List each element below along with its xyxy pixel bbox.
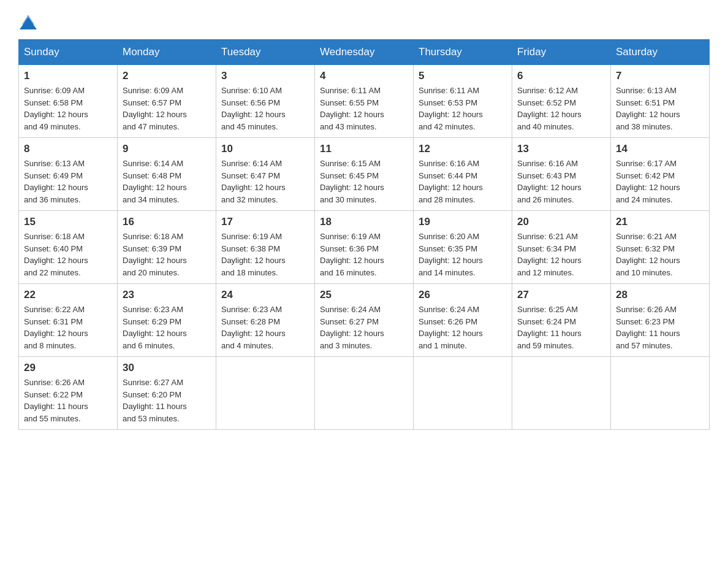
day-info: Sunrise: 6:20 AMSunset: 6:35 PMDaylight:… [419,231,507,278]
calendar-cell: 29Sunrise: 6:26 AMSunset: 6:22 PMDayligh… [19,357,118,430]
calendar-cell: 26Sunrise: 6:24 AMSunset: 6:26 PMDayligh… [414,284,512,357]
day-info: Sunrise: 6:21 AMSunset: 6:32 PMDaylight:… [616,231,704,278]
day-info: Sunrise: 6:10 AMSunset: 6:56 PMDaylight:… [221,85,309,132]
day-info: Sunrise: 6:24 AMSunset: 6:27 PMDaylight:… [320,304,408,351]
day-number: 22 [24,289,112,301]
day-info: Sunrise: 6:16 AMSunset: 6:44 PMDaylight:… [419,158,507,205]
calendar-cell: 14Sunrise: 6:17 AMSunset: 6:42 PMDayligh… [611,138,710,211]
day-number: 30 [123,362,211,374]
calendar-cell: 15Sunrise: 6:18 AMSunset: 6:40 PMDayligh… [19,211,118,284]
day-info: Sunrise: 6:25 AMSunset: 6:24 PMDaylight:… [517,304,605,351]
calendar-cell: 23Sunrise: 6:23 AMSunset: 6:29 PMDayligh… [118,284,216,357]
calendar-cell: 3Sunrise: 6:10 AMSunset: 6:56 PMDaylight… [216,65,315,138]
week-row-5: 29Sunrise: 6:26 AMSunset: 6:22 PMDayligh… [19,357,710,430]
day-info: Sunrise: 6:21 AMSunset: 6:34 PMDaylight:… [517,231,605,278]
day-number: 5 [419,70,507,82]
day-number: 12 [419,143,507,155]
calendar-cell: 17Sunrise: 6:19 AMSunset: 6:38 PMDayligh… [216,211,315,284]
week-row-2: 8Sunrise: 6:13 AMSunset: 6:49 PMDaylight… [19,138,710,211]
calendar-cell: 2Sunrise: 6:09 AMSunset: 6:57 PMDaylight… [118,65,216,138]
day-info: Sunrise: 6:14 AMSunset: 6:47 PMDaylight:… [221,158,309,205]
day-info: Sunrise: 6:26 AMSunset: 6:22 PMDaylight:… [24,377,112,424]
calendar-cell: 21Sunrise: 6:21 AMSunset: 6:32 PMDayligh… [611,211,710,284]
calendar-cell: 24Sunrise: 6:23 AMSunset: 6:28 PMDayligh… [216,284,315,357]
day-info: Sunrise: 6:22 AMSunset: 6:31 PMDaylight:… [24,304,112,351]
calendar-cell [414,357,512,430]
day-info: Sunrise: 6:14 AMSunset: 6:48 PMDaylight:… [123,158,211,205]
calendar-cell [611,357,710,430]
calendar-cell: 16Sunrise: 6:18 AMSunset: 6:39 PMDayligh… [118,211,216,284]
day-header-friday: Friday [512,40,611,65]
day-header-monday: Monday [118,40,216,65]
calendar-cell: 1Sunrise: 6:09 AMSunset: 6:58 PMDaylight… [19,65,118,138]
calendar-table: SundayMondayTuesdayWednesdayThursdayFrid… [18,39,710,430]
day-number: 16 [123,216,211,228]
day-number: 14 [616,143,704,155]
day-header-saturday: Saturday [611,40,710,65]
calendar-cell: 9Sunrise: 6:14 AMSunset: 6:48 PMDaylight… [118,138,216,211]
day-header-thursday: Thursday [414,40,512,65]
day-number: 15 [24,216,112,228]
day-number: 11 [320,143,408,155]
calendar-cell: 4Sunrise: 6:11 AMSunset: 6:55 PMDaylight… [315,65,414,138]
day-header-wednesday: Wednesday [315,40,414,65]
day-info: Sunrise: 6:11 AMSunset: 6:55 PMDaylight:… [320,85,408,132]
day-number: 21 [616,216,704,228]
day-number: 6 [517,70,605,82]
calendar-cell: 20Sunrise: 6:21 AMSunset: 6:34 PMDayligh… [512,211,611,284]
day-number: 1 [24,70,112,82]
day-info: Sunrise: 6:09 AMSunset: 6:57 PMDaylight:… [123,85,211,132]
day-info: Sunrise: 6:27 AMSunset: 6:20 PMDaylight:… [123,377,211,424]
day-number: 29 [24,362,112,374]
day-number: 4 [320,70,408,82]
day-info: Sunrise: 6:18 AMSunset: 6:40 PMDaylight:… [24,231,112,278]
day-info: Sunrise: 6:26 AMSunset: 6:23 PMDaylight:… [616,304,704,351]
calendar-cell: 12Sunrise: 6:16 AMSunset: 6:44 PMDayligh… [414,138,512,211]
day-number: 27 [517,289,605,301]
day-header-tuesday: Tuesday [216,40,315,65]
day-headers-row: SundayMondayTuesdayWednesdayThursdayFrid… [19,40,710,65]
day-info: Sunrise: 6:23 AMSunset: 6:29 PMDaylight:… [123,304,211,351]
calendar-cell: 18Sunrise: 6:19 AMSunset: 6:36 PMDayligh… [315,211,414,284]
day-info: Sunrise: 6:15 AMSunset: 6:45 PMDaylight:… [320,158,408,205]
calendar-cell [512,357,611,430]
day-number: 26 [419,289,507,301]
calendar-cell: 25Sunrise: 6:24 AMSunset: 6:27 PMDayligh… [315,284,414,357]
day-number: 18 [320,216,408,228]
day-number: 7 [616,70,704,82]
calendar-cell: 10Sunrise: 6:14 AMSunset: 6:47 PMDayligh… [216,138,315,211]
day-number: 28 [616,289,704,301]
calendar-cell: 30Sunrise: 6:27 AMSunset: 6:20 PMDayligh… [118,357,216,430]
calendar-cell: 11Sunrise: 6:15 AMSunset: 6:45 PMDayligh… [315,138,414,211]
calendar-cell: 13Sunrise: 6:16 AMSunset: 6:43 PMDayligh… [512,138,611,211]
calendar-cell: 5Sunrise: 6:11 AMSunset: 6:53 PMDaylight… [414,65,512,138]
day-number: 20 [517,216,605,228]
calendar-cell [315,357,414,430]
day-info: Sunrise: 6:17 AMSunset: 6:42 PMDaylight:… [616,158,704,205]
day-info: Sunrise: 6:24 AMSunset: 6:26 PMDaylight:… [419,304,507,351]
day-info: Sunrise: 6:09 AMSunset: 6:58 PMDaylight:… [24,85,112,132]
day-number: 10 [221,143,309,155]
page-header [18,12,710,27]
day-info: Sunrise: 6:18 AMSunset: 6:39 PMDaylight:… [123,231,211,278]
day-number: 8 [24,143,112,155]
week-row-4: 22Sunrise: 6:22 AMSunset: 6:31 PMDayligh… [19,284,710,357]
svg-marker-1 [22,15,34,25]
day-number: 25 [320,289,408,301]
calendar-cell: 22Sunrise: 6:22 AMSunset: 6:31 PMDayligh… [19,284,118,357]
day-number: 24 [221,289,309,301]
day-info: Sunrise: 6:13 AMSunset: 6:51 PMDaylight:… [616,85,704,132]
day-info: Sunrise: 6:23 AMSunset: 6:28 PMDaylight:… [221,304,309,351]
day-number: 19 [419,216,507,228]
logo-icon [20,12,37,29]
day-number: 23 [123,289,211,301]
week-row-3: 15Sunrise: 6:18 AMSunset: 6:40 PMDayligh… [19,211,710,284]
day-number: 2 [123,70,211,82]
day-info: Sunrise: 6:12 AMSunset: 6:52 PMDaylight:… [517,85,605,132]
day-info: Sunrise: 6:16 AMSunset: 6:43 PMDaylight:… [517,158,605,205]
calendar-cell: 6Sunrise: 6:12 AMSunset: 6:52 PMDaylight… [512,65,611,138]
calendar-cell: 7Sunrise: 6:13 AMSunset: 6:51 PMDaylight… [611,65,710,138]
calendar-cell: 19Sunrise: 6:20 AMSunset: 6:35 PMDayligh… [414,211,512,284]
day-number: 17 [221,216,309,228]
day-info: Sunrise: 6:13 AMSunset: 6:49 PMDaylight:… [24,158,112,205]
